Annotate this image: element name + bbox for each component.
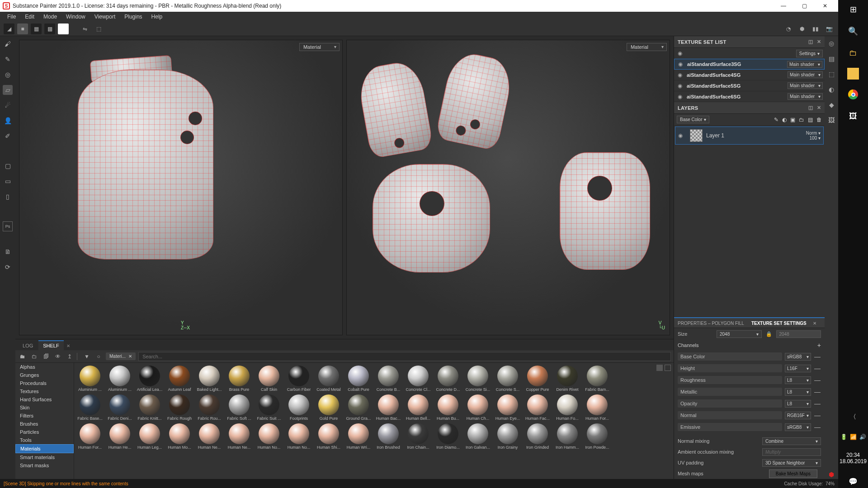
material-thumbnail[interactable]: Aluminium ... — [77, 366, 103, 392]
shelf-category[interactable]: Grunges — [15, 371, 74, 379]
shelf-search-input[interactable] — [138, 352, 671, 361]
size-lock-icon[interactable]: 🔒 — [764, 331, 774, 337]
smudge-tool-icon[interactable]: ☄ — [3, 100, 13, 110]
material-thumbnail[interactable]: Concrete Cl... — [405, 366, 431, 392]
props-close-icon[interactable]: ✕ — [810, 319, 819, 328]
shelf-category[interactable]: Materials — [15, 444, 74, 453]
uv-icon[interactable]: ⬚ — [93, 23, 104, 34]
shelf-category[interactable]: Hard Surfaces — [15, 395, 74, 404]
camera-icon[interactable]: ▮▮ — [810, 23, 821, 34]
side-properties-icon[interactable]: ⬚ — [827, 70, 836, 79]
material-thumbnail[interactable]: Carbon Fiber — [286, 366, 312, 392]
material-thumbnail[interactable]: Fabric Rough — [166, 394, 193, 421]
shelf-category[interactable]: Smart materials — [15, 453, 74, 461]
shelf-category[interactable]: Procedurals — [15, 379, 74, 387]
layer-fill-icon[interactable]: ▣ — [790, 117, 795, 123]
material-thumbnail[interactable]: Human For... — [584, 394, 610, 421]
channel-remove-icon[interactable]: — — [814, 412, 821, 419]
ps-link-icon[interactable]: Ps — [3, 221, 13, 231]
material-thumbnail[interactable]: Iron Grainy — [495, 423, 521, 450]
explorer-icon[interactable]: 🗀 — [846, 46, 860, 60]
material-thumbnail[interactable]: Human Fac... — [524, 394, 551, 421]
material-thumbnail[interactable]: Iron Powde... — [584, 423, 610, 450]
menu-viewport[interactable]: Viewport — [90, 12, 120, 21]
channel-remove-icon[interactable]: — — [814, 423, 821, 431]
material-thumbnail[interactable]: Iron Hamm... — [554, 423, 580, 450]
channel-format-dropdown[interactable]: sRGB8▾ — [785, 423, 811, 431]
texture-set-row[interactable]: ◉ aiStandardSurface4SG Main shader▾ — [674, 70, 825, 80]
menu-file[interactable]: File — [3, 12, 20, 21]
start-button-icon[interactable]: ⊞ — [846, 3, 860, 16]
material-thumbnail[interactable]: Artificial Lea... — [137, 366, 163, 392]
material-thumbnail[interactable]: Human Bell... — [405, 394, 431, 421]
menu-plugins[interactable]: Plugins — [120, 12, 146, 21]
minimize-button[interactable]: — — [773, 0, 794, 12]
tool-mode-2-icon[interactable]: ■ — [17, 23, 28, 34]
channel-remove-icon[interactable]: — — [814, 388, 821, 395]
material-thumbnail[interactable]: Human Bac... — [375, 394, 401, 421]
panel-close-icon[interactable]: ✕ — [817, 39, 821, 45]
material-thumbnail[interactable]: Human Ne... — [226, 423, 252, 450]
material-thumbnail[interactable]: Coated Metal — [316, 366, 342, 392]
material-thumbnail[interactable]: Human Leg... — [137, 423, 163, 450]
layer-row[interactable]: ◉ Layer 1 Norm ▾ 100 ▾ — [675, 127, 824, 145]
material-thumbnail[interactable]: Ground Gra... — [345, 394, 372, 421]
shader-dropdown[interactable]: Main shader▾ — [788, 82, 823, 89]
material-thumbnail[interactable]: Denim Rivet — [554, 366, 580, 392]
shelf-import-icon[interactable]: 🗐 — [42, 352, 51, 361]
visibility-icon[interactable]: ◉ — [676, 83, 684, 89]
material-thumbnail[interactable]: Aluminium ... — [107, 366, 133, 392]
viewport-2d[interactable]: Material V└U — [346, 40, 670, 335]
uv-slot-icon[interactable]: ▯ — [3, 192, 13, 202]
refresh-icon[interactable]: ⟳ — [3, 262, 13, 272]
tab-shelf[interactable]: SHELF — [38, 340, 63, 350]
tsl-settings-dropdown[interactable]: Settings▾ — [796, 50, 823, 57]
shelf-filter-chip[interactable]: Materi...✕ — [106, 352, 136, 360]
shelf-home-icon[interactable]: 🖿 — [18, 352, 27, 361]
layer-name[interactable]: Layer 1 — [706, 132, 802, 139]
search-icon[interactable]: 🔍 — [846, 24, 860, 38]
tray-expand-icon[interactable]: 〈 — [846, 410, 860, 424]
texture-set-row[interactable]: ◉ aiStandardSurface5SG Main shader▾ — [674, 80, 825, 91]
menu-help[interactable]: Help — [147, 12, 167, 21]
material-thumbnail[interactable]: Iron Galvan... — [465, 423, 491, 450]
shader-dropdown[interactable]: Main shader▾ — [788, 71, 823, 78]
viewport-3d-shading-dropdown[interactable]: Material — [299, 43, 340, 51]
shelf-grid[interactable]: Aluminium ...Aluminium ...Artificial Lea… — [74, 363, 674, 479]
channel-format-dropdown[interactable]: L16F▾ — [785, 365, 811, 372]
channel-remove-icon[interactable]: — — [814, 376, 821, 384]
maximize-button[interactable]: ▢ — [794, 0, 815, 12]
layers-undock-icon[interactable]: ◫ — [808, 105, 813, 111]
tab-properties[interactable]: PROPERTIES – POLYGON FILL — [674, 319, 748, 328]
side-texture-set-icon[interactable]: ◎ — [827, 39, 836, 48]
side-shader-icon[interactable]: ◆ — [827, 100, 836, 109]
layer-opacity-dropdown[interactable]: 100 ▾ — [806, 136, 821, 141]
tool-mode-3-icon[interactable]: ▦ — [31, 23, 42, 34]
channel-format-dropdown[interactable]: L8▾ — [785, 388, 811, 396]
layer-effect-icon[interactable]: ✎ — [774, 117, 778, 123]
shelf-sub-icon[interactable]: 🗀 — [30, 352, 39, 361]
visibility-all-icon[interactable]: ◉ — [676, 50, 684, 56]
material-thumbnail[interactable]: Copper Pure — [524, 366, 551, 392]
resource-icon[interactable]: 🗎 — [3, 247, 13, 257]
material-thumbnail[interactable]: Iron Brushed — [375, 423, 401, 450]
channel-format-dropdown[interactable]: L8▾ — [785, 400, 811, 408]
eraser-tool-icon[interactable]: ✎ — [3, 54, 13, 64]
picker-tool-icon[interactable]: ✐ — [3, 131, 13, 141]
viewport-3d[interactable]: Material YZ─X — [19, 40, 343, 335]
material-thumbnail[interactable]: Autumn Leaf — [166, 366, 193, 392]
channel-format-dropdown[interactable]: RGB16F▾ — [785, 412, 811, 419]
texture-set-row[interactable]: ◉ aiStandardSurface6SG Main shader▾ — [674, 91, 825, 102]
shelf-category[interactable]: Tools — [15, 436, 74, 444]
chrome-icon[interactable] — [846, 88, 860, 101]
material-thumbnail[interactable]: Iron Diamo... — [435, 423, 461, 450]
volume-icon[interactable]: 🔊 — [859, 434, 866, 440]
material-thumbnail[interactable]: Human No... — [286, 423, 312, 450]
layer-blend-dropdown[interactable]: Norm ▾ — [806, 131, 821, 136]
material-thumbnail[interactable]: Fabric Soft ... — [226, 394, 252, 421]
material-thumbnail[interactable]: Fabric Rou... — [196, 394, 222, 421]
material-thumbnail[interactable]: Fabric Knitt... — [137, 394, 163, 421]
close-button[interactable]: ✕ — [815, 0, 835, 12]
notifications-icon[interactable]: 💬 — [846, 474, 860, 488]
material-thumbnail[interactable]: Human Shi... — [316, 423, 342, 450]
